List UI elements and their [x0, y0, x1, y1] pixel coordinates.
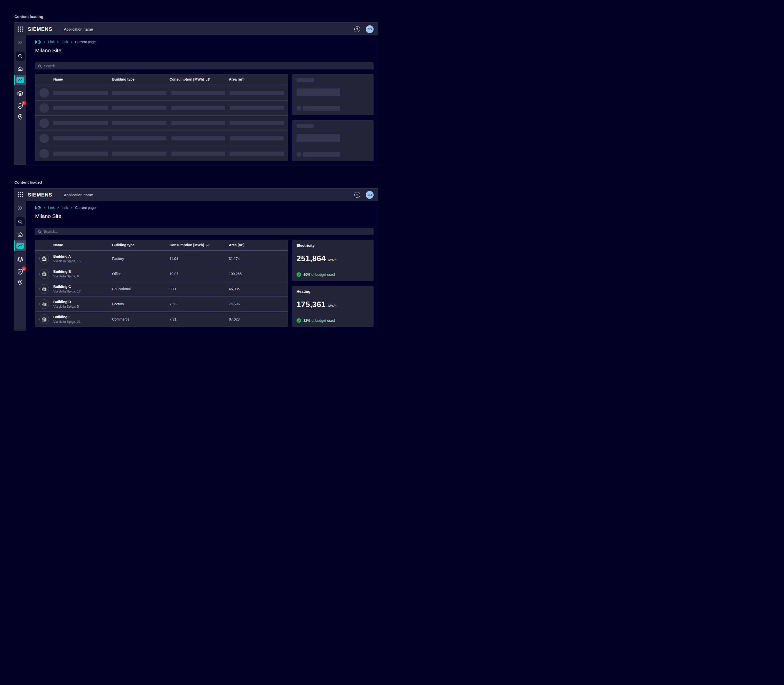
- sidebar-item-home[interactable]: [17, 231, 23, 237]
- building-icon: [39, 254, 49, 263]
- state-label-loaded: Content loaded: [15, 180, 378, 185]
- column-header-consumption[interactable]: Consumption [MWh]: [169, 74, 210, 84]
- column-header-consumption-label: Consumption [MWh]: [169, 77, 204, 81]
- breadcrumb-link-1[interactable]: Link: [48, 40, 55, 44]
- breadcrumb-current-page: Current page: [75, 206, 96, 209]
- sidebar-expand-icon[interactable]: [17, 205, 23, 211]
- search-bar[interactable]: [35, 62, 373, 70]
- check-icon: [297, 272, 301, 277]
- building-name: Building D: [53, 300, 79, 304]
- building-icon: [39, 269, 49, 279]
- kpi-title: Heating: [297, 289, 369, 294]
- kpi-status: 12% of budget used: [297, 318, 369, 323]
- budget-text: of budget used: [310, 318, 335, 323]
- page-title: Milano Site: [35, 47, 373, 55]
- sidebar-item-search[interactable]: [16, 217, 25, 226]
- sidebar: 1: [14, 201, 26, 331]
- page-title: Milano Site: [35, 213, 373, 221]
- avatar[interactable]: JD: [366, 191, 373, 199]
- building-type: Factory: [112, 302, 124, 306]
- building-name: Building C: [53, 285, 81, 289]
- kpi-title: Electricity: [297, 243, 369, 248]
- building-area: 45,936: [229, 287, 240, 291]
- sidebar-item-home[interactable]: [17, 66, 23, 72]
- search-input[interactable]: [44, 230, 371, 234]
- table-row[interactable]: Building E Via della Spiga, 21 Commerce …: [35, 312, 288, 327]
- kpi-card-heating: Heating 175,361 MWh 12% of budget used: [292, 286, 373, 327]
- buildings-table: Name Building type Consumption [MWh] Are…: [35, 240, 288, 327]
- breadcrumb-separator: >: [44, 40, 46, 44]
- breadcrumb-root-icon[interactable]: [35, 206, 41, 209]
- search-input[interactable]: [44, 64, 371, 68]
- main-content: > Link > Link > Current page Milano Site: [26, 201, 378, 331]
- app-frame-loading: SIEMENS Application name ? JD: [14, 23, 378, 165]
- column-header-area: Area [m²]: [229, 74, 244, 84]
- trend-chart-icon: [16, 243, 24, 249]
- kpi-unit: MWh: [328, 258, 337, 262]
- breadcrumb-separator: >: [57, 206, 59, 209]
- table-row[interactable]: Building C Via della Spiga, 17 Education…: [35, 281, 288, 297]
- building-area: 74,536: [229, 302, 240, 306]
- breadcrumb-link-2[interactable]: Link: [62, 40, 68, 44]
- breadcrumb-root-icon[interactable]: [35, 40, 41, 44]
- sidebar-item-security[interactable]: 1: [17, 102, 24, 110]
- building-type: Office: [112, 272, 121, 276]
- sidebar-item-security[interactable]: 1: [17, 268, 24, 275]
- column-header-building-type: Building type: [112, 74, 135, 84]
- column-header-name: Name: [53, 240, 63, 250]
- building-type: Educational: [112, 287, 131, 291]
- sidebar-item-monitoring-active[interactable]: [14, 240, 26, 251]
- column-header-name: Name: [53, 74, 63, 84]
- skeleton-row: [35, 131, 288, 146]
- kpi-card-loading: [292, 120, 373, 161]
- skeleton-row: [35, 146, 288, 161]
- avatar[interactable]: JD: [366, 25, 373, 33]
- sidebar-item-monitoring-active[interactable]: [14, 75, 26, 85]
- breadcrumb-link-1[interactable]: Link: [48, 206, 55, 209]
- kpi-unit: MWh: [328, 304, 337, 308]
- breadcrumb: > Link > Link > Current page: [35, 205, 373, 211]
- table-row[interactable]: Building D Via della Spiga, 5 Factory 7,…: [35, 297, 288, 312]
- column-header-consumption[interactable]: Consumption [MWh]: [169, 240, 210, 250]
- help-icon[interactable]: ?: [354, 192, 360, 198]
- sidebar-item-location[interactable]: [17, 279, 23, 286]
- section-content-loaded: Content loaded SIEMENS Application name …: [0, 165, 392, 331]
- kpi-status: 10% of budget used: [297, 272, 369, 277]
- sidebar: 1: [14, 36, 26, 165]
- column-header-area: Area [m²]: [229, 240, 244, 250]
- table-row[interactable]: Building B Via della Spiga, 9 Office 10,…: [35, 266, 288, 281]
- building-icon: [39, 315, 49, 324]
- kpi-card-electricity: Electricity 251,864 MWh 10% of budget us…: [292, 240, 373, 281]
- notification-badge: 1: [22, 266, 26, 271]
- application-name: Application name: [64, 193, 93, 197]
- sidebar-item-layers[interactable]: [17, 256, 23, 263]
- column-header-consumption-label: Consumption [MWh]: [169, 243, 204, 247]
- building-icon: [39, 284, 49, 294]
- building-name: Building A: [53, 254, 81, 258]
- building-address: Via della Spiga, 17: [53, 289, 81, 293]
- building-consumption: 9,71: [169, 287, 176, 291]
- help-icon[interactable]: ?: [354, 26, 360, 32]
- building-area: 100,265: [229, 272, 242, 276]
- building-address: Via della Spiga, 5: [53, 305, 79, 308]
- app-launcher-icon[interactable]: [18, 26, 23, 32]
- kpi-value: 251,864: [297, 254, 326, 263]
- active-indicator: [14, 240, 15, 251]
- building-name: Building E: [53, 315, 81, 319]
- table-row[interactable]: Building A Via della Spiga, 15 Factory 1…: [35, 251, 288, 266]
- table-header: Name Building type Consumption [MWh] Are…: [35, 240, 288, 251]
- breadcrumb-separator: >: [71, 40, 73, 44]
- application-name: Application name: [64, 27, 93, 31]
- sidebar-expand-icon[interactable]: [17, 39, 23, 45]
- building-name: Building B: [53, 269, 79, 274]
- building-address: Via della Spiga, 21: [53, 320, 81, 323]
- sidebar-item-layers[interactable]: [17, 91, 23, 97]
- search-bar[interactable]: [35, 228, 373, 235]
- sidebar-item-location[interactable]: [17, 114, 23, 120]
- notification-badge: 1: [22, 101, 26, 105]
- sidebar-item-search[interactable]: [16, 52, 25, 61]
- main-content: > Link > Link > Current page Milano Site: [26, 36, 378, 165]
- breadcrumb-link-2[interactable]: Link: [62, 206, 68, 209]
- building-consumption: 7,56: [169, 302, 176, 306]
- app-launcher-icon[interactable]: [18, 192, 23, 198]
